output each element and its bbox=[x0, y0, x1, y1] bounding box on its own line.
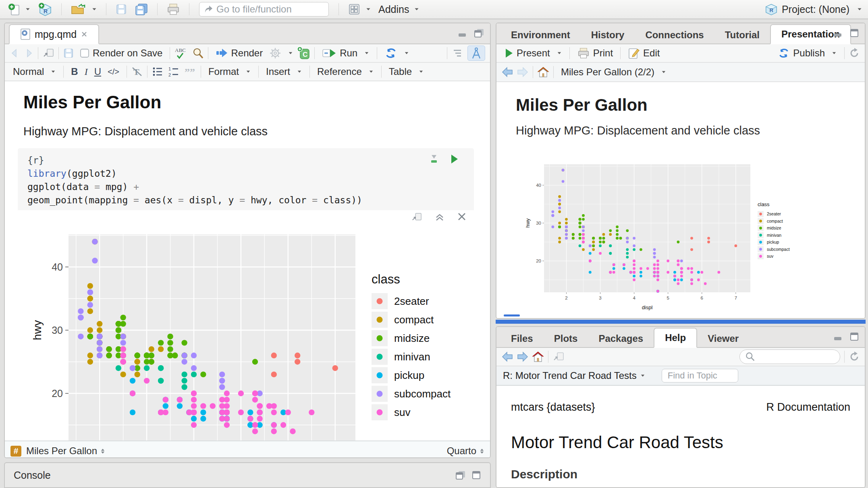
bold-button[interactable]: B bbox=[68, 65, 81, 79]
run-button[interactable]: Run bbox=[319, 46, 373, 60]
insert-menu[interactable]: Insert bbox=[263, 65, 305, 79]
format-menu[interactable]: Format bbox=[205, 65, 254, 79]
clear-formatting-icon[interactable]: T bbox=[131, 66, 143, 77]
format-menu-caret bbox=[247, 71, 250, 73]
svg-text:30: 30 bbox=[52, 325, 63, 336]
code-mark-button[interactable]: </> bbox=[104, 66, 123, 78]
save-button[interactable] bbox=[113, 2, 130, 16]
svg-text:2: 2 bbox=[168, 72, 171, 77]
visual-editor-toggle[interactable] bbox=[467, 45, 485, 61]
italic-button[interactable]: I bbox=[81, 65, 91, 79]
slide-forward-icon[interactable] bbox=[517, 66, 529, 78]
project-menu[interactable]: R Project: (None) bbox=[765, 3, 862, 15]
back-icon[interactable] bbox=[10, 48, 20, 58]
addins-menu[interactable]: Addins bbox=[376, 3, 422, 16]
collapse-output-icon[interactable] bbox=[434, 212, 445, 222]
help-search-input[interactable] bbox=[739, 349, 840, 364]
restore-pane-icon[interactable] bbox=[455, 470, 466, 480]
forward-icon[interactable] bbox=[23, 48, 34, 58]
home-icon[interactable] bbox=[537, 66, 549, 78]
rerun-button[interactable] bbox=[381, 46, 413, 60]
close-icon[interactable] bbox=[81, 31, 88, 38]
chunk-options-button[interactable] bbox=[266, 46, 297, 60]
save-icon[interactable] bbox=[63, 48, 74, 59]
slide-back-icon[interactable] bbox=[501, 66, 513, 78]
minimize-pane-icon[interactable] bbox=[833, 332, 844, 341]
run-chunk-icon[interactable] bbox=[450, 154, 459, 164]
publish-button[interactable]: Publish bbox=[775, 46, 840, 60]
spellcheck-icon[interactable]: ABC bbox=[174, 47, 188, 60]
open-file-button[interactable] bbox=[68, 2, 100, 17]
help-topic-select[interactable]: R: Motor Trend Car Road Tests bbox=[503, 370, 646, 381]
reference-menu[interactable]: Reference bbox=[314, 65, 377, 79]
pane-splitter[interactable] bbox=[496, 320, 866, 324]
print-button[interactable] bbox=[164, 2, 183, 17]
table-menu[interactable]: Table bbox=[386, 65, 427, 79]
tab-connections[interactable]: Connections bbox=[635, 26, 714, 44]
minimize-pane-icon[interactable] bbox=[458, 28, 468, 38]
refresh-icon[interactable] bbox=[849, 48, 860, 59]
console-pane[interactable]: Console bbox=[4, 462, 491, 488]
chunk-code[interactable]: library(ggplot2)ggplot(data = mpg) + geo… bbox=[27, 167, 474, 207]
help-forward-icon[interactable] bbox=[517, 351, 529, 362]
svg-text:6: 6 bbox=[701, 296, 703, 300]
tab-environment[interactable]: Environment bbox=[500, 26, 581, 44]
help-refresh-icon[interactable] bbox=[849, 351, 860, 362]
paragraph-style-select[interactable]: Normal bbox=[10, 65, 59, 79]
document-canvas[interactable]: Miles Per Gallon Highway MPG: Displaceme… bbox=[5, 81, 490, 440]
insert-chunk-icon[interactable]: C bbox=[297, 46, 310, 60]
tab-help[interactable]: Help bbox=[654, 328, 697, 348]
popout-plot-icon[interactable] bbox=[411, 212, 422, 222]
render-on-save-checkbox[interactable]: Render on Save bbox=[77, 46, 166, 60]
blockquote-icon[interactable]: ”” bbox=[184, 66, 197, 77]
help-back-icon[interactable] bbox=[501, 351, 513, 362]
tab-history[interactable]: History bbox=[581, 26, 635, 44]
svg-text:suv: suv bbox=[767, 254, 774, 258]
render-button[interactable]: Render bbox=[212, 46, 266, 60]
save-all-button[interactable] bbox=[132, 2, 151, 17]
print-presentation-button[interactable]: Print bbox=[574, 46, 616, 60]
new-file-button[interactable] bbox=[6, 2, 33, 17]
popout-icon[interactable] bbox=[42, 48, 54, 59]
present-button[interactable]: Present bbox=[501, 46, 565, 60]
tab-packages[interactable]: Packages bbox=[588, 329, 654, 348]
tab-plots[interactable]: Plots bbox=[544, 329, 588, 348]
pane-layout-button[interactable] bbox=[345, 2, 374, 17]
tab-viewer[interactable]: Viewer bbox=[697, 329, 749, 348]
run-chunks-above-icon[interactable] bbox=[429, 154, 439, 164]
underline-button[interactable]: U bbox=[91, 65, 104, 79]
numbered-list-icon[interactable]: 12 bbox=[168, 66, 180, 77]
minimize-pane-icon[interactable] bbox=[833, 28, 844, 38]
bullet-list-icon[interactable] bbox=[152, 66, 164, 77]
slide-menu-icon[interactable] bbox=[504, 314, 520, 319]
tab-mpg-qmd[interactable]: mpg.qmd bbox=[9, 24, 99, 44]
present-label: Present bbox=[517, 48, 550, 59]
outline-location-button[interactable]: # Miles Per Gallon bbox=[10, 445, 105, 457]
outline-icon[interactable] bbox=[451, 48, 463, 59]
maximize-pane-icon[interactable] bbox=[849, 332, 859, 341]
search-icon[interactable] bbox=[192, 47, 204, 59]
maximize-pane-icon[interactable] bbox=[849, 28, 859, 38]
maximize-pane-icon[interactable] bbox=[471, 470, 481, 480]
popout-help-icon[interactable] bbox=[552, 351, 565, 362]
edit-presentation-button[interactable]: Edit bbox=[625, 46, 663, 60]
maximize-pane-icon[interactable] bbox=[474, 28, 484, 38]
new-project-icon: R bbox=[38, 2, 52, 16]
tab-tutorial[interactable]: Tutorial bbox=[714, 26, 770, 44]
new-project-button[interactable]: R bbox=[35, 2, 55, 17]
svg-text:5: 5 bbox=[667, 296, 669, 300]
help-home-icon[interactable] bbox=[532, 351, 544, 363]
tab-files[interactable]: Files bbox=[500, 329, 544, 348]
slide-select[interactable]: Miles Per Gallon (2/2) bbox=[558, 65, 670, 79]
doc-format-button[interactable]: Quarto bbox=[447, 445, 484, 457]
presentation-preview[interactable]: Miles Per Gallon Highway MPG: Displaceme… bbox=[496, 94, 865, 319]
goto-file-search[interactable]: Go to file/function bbox=[199, 2, 329, 17]
save-icon bbox=[115, 3, 127, 15]
code-chunk[interactable]: {r} library(ggplot2)ggplot(data = mpg) +… bbox=[18, 148, 474, 214]
clear-output-icon[interactable] bbox=[457, 212, 467, 221]
svg-text:20: 20 bbox=[536, 258, 541, 263]
svg-text:ABC: ABC bbox=[175, 47, 186, 53]
find-in-topic-input[interactable]: Find in Topic bbox=[662, 369, 738, 383]
help-document[interactable]: mtcars {datasets} R Documentation Motor … bbox=[496, 386, 865, 488]
checkbox-icon bbox=[80, 48, 89, 58]
